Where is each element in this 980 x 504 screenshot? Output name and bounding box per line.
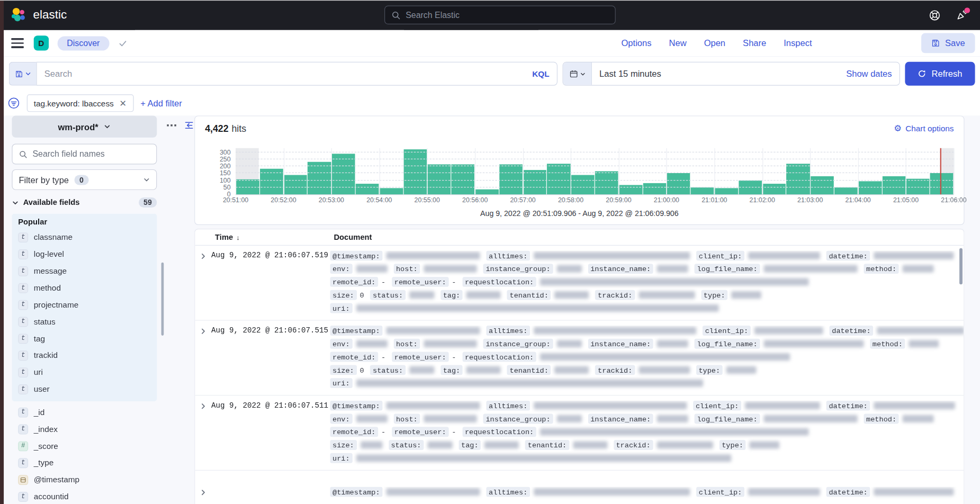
show-dates-button[interactable]: Show dates [846,69,892,79]
field-list-item[interactable]: t accountid [18,488,164,504]
field-list-item[interactable]: t _type [18,454,164,471]
doc-field-name: client_ip: [696,487,744,497]
field-list-item[interactable]: @timestamp [18,471,164,488]
doc-field-name: remote_id: [330,352,378,362]
doc-field-name: tag: [458,440,481,450]
boxes-horizontal-icon[interactable] [167,124,176,127]
inspect-button[interactable]: Inspect [784,38,812,48]
expand-row-button[interactable] [195,487,211,500]
histogram-bar[interactable] [595,171,618,194]
query-language-badge[interactable]: KQL [532,69,549,78]
time-column-header[interactable]: Time ↓ [215,233,334,242]
field-list-item[interactable]: t status [18,313,157,330]
histogram-bar[interactable] [475,190,499,194]
close-icon[interactable]: ✕ [119,98,127,108]
histogram-bar[interactable] [380,188,403,194]
available-fields-header[interactable]: Available fields 59 [12,196,157,209]
histogram-bar[interactable] [331,154,355,194]
index-pattern-switcher[interactable]: wm-prod* [12,115,157,137]
menu-icon[interactable] [11,38,24,48]
add-filter-button[interactable]: + Add filter [140,98,182,108]
x-axis-tick: 20:56:00 [462,196,488,204]
doc-field-name: uri: [330,303,352,313]
doc-field-name: tenantid: [525,440,569,450]
field-list-item[interactable]: t log-level [18,246,157,263]
field-list-item[interactable]: t uri [18,364,157,381]
query-input[interactable] [44,69,532,79]
filter-by-type-select[interactable]: Filter by type 0 [12,169,157,190]
collapse-sidebar-icon[interactable] [184,121,194,130]
expand-row-button[interactable] [195,326,211,391]
histogram-bar[interactable] [930,173,954,194]
elastic-logo[interactable]: elastic [11,7,67,23]
refresh-button[interactable]: Refresh [905,62,975,86]
histogram-bar[interactable] [571,175,595,195]
newsfeed-icon[interactable] [956,9,967,21]
histogram-bar[interactable] [356,184,379,194]
notification-dot [965,7,970,13]
histogram-bar[interactable] [715,188,738,194]
field-search-input[interactable] [32,149,150,159]
field-list-item[interactable]: # _score [18,437,164,454]
histogram-bar[interactable] [308,162,331,194]
histogram-bar[interactable] [834,187,858,194]
sidebar-scrollbar[interactable] [161,263,164,336]
histogram-bar[interactable] [882,176,905,194]
new-button[interactable]: New [669,38,687,48]
redacted-value [556,340,581,347]
histogram-bar[interactable] [667,173,690,194]
field-list-item[interactable]: t message [18,263,157,280]
field-list-item[interactable]: t user [18,381,157,398]
field-list-item[interactable]: t _index [18,420,164,437]
doc-field-name: instance_group: [483,413,553,424]
date-quick-select-button[interactable] [563,62,592,85]
help-icon[interactable] [929,9,940,21]
histogram-chart: 050100150200250300 [205,139,954,195]
histogram-bar[interactable] [811,176,834,194]
doc-field-name: tenantid: [507,365,551,375]
redacted-value [903,415,934,422]
table-row: Aug 9, 2022 @ 21:06:07.515 @timestamp:al… [195,321,964,396]
expand-row-button[interactable] [195,250,211,316]
filter-icon[interactable] [7,97,20,110]
histogram-bar[interactable] [523,170,546,194]
open-button[interactable]: Open [704,38,725,48]
doc-field-name: remote_id: [330,427,378,437]
global-header: elastic [0,0,980,30]
histogram-bar[interactable] [547,164,570,194]
redacted-value [745,402,820,409]
table-scrollbar[interactable] [959,248,963,284]
time-range-value[interactable]: Last 15 minutes [599,69,661,79]
share-button[interactable]: Share [743,38,766,48]
y-axis-tick: 250 [220,155,231,163]
field-list-item[interactable]: t trackid [18,347,157,364]
histogram-bar[interactable] [739,181,762,194]
redacted-value [386,488,480,496]
field-list-item[interactable]: t classname [18,229,157,246]
histogram-bar[interactable] [786,164,810,194]
histogram-bar[interactable] [858,181,882,194]
field-type-icon: t [18,232,28,242]
histogram-bar[interactable] [284,175,307,195]
histogram-bar[interactable] [762,184,786,194]
field-list-item[interactable]: t projectname [18,296,157,313]
options-button[interactable]: Options [621,38,651,48]
saved-query-menu-button[interactable] [9,62,37,86]
hits-label: hits [231,123,246,133]
field-list-item[interactable]: t _id [18,404,164,421]
histogram-bar[interactable] [691,187,714,194]
sort-descending-icon[interactable]: ↓ [236,233,239,241]
filter-pill[interactable]: tag.keyword: lbaccess ✕ [27,94,133,112]
chart-options-button[interactable]: ⚙ Chart options [894,123,954,133]
global-search-box[interactable] [384,6,616,24]
expand-row-button[interactable] [195,401,211,466]
save-button[interactable]: Save [921,33,975,53]
histogram-bar[interactable] [643,183,666,194]
histogram-bar[interactable] [403,149,427,194]
space-avatar[interactable]: D [34,35,49,50]
global-search-input[interactable] [406,10,609,20]
field-list-item[interactable]: t tag [18,330,157,347]
breadcrumb[interactable]: Discover [58,36,109,50]
field-list-item[interactable]: t method [18,280,157,296]
redacted-value [356,265,387,273]
